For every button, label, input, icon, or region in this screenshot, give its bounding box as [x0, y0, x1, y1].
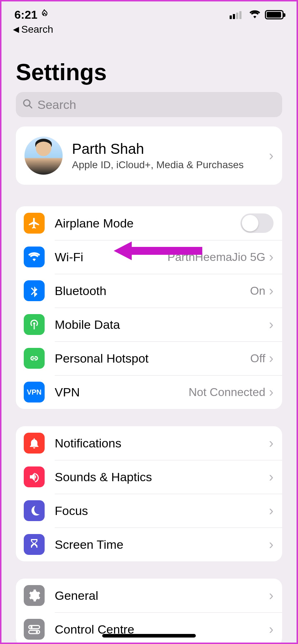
- focus-label: Focus: [55, 504, 269, 518]
- sounds-row[interactable]: Sounds & Haptics ›: [16, 460, 282, 494]
- mobile-data-row[interactable]: Mobile Data ›: [16, 308, 282, 341]
- sounds-label: Sounds & Haptics: [55, 470, 269, 484]
- vpn-label: VPN: [55, 385, 189, 399]
- vpn-icon: VPN: [24, 382, 45, 402]
- antenna-icon: [24, 314, 45, 335]
- flame-icon: [40, 8, 49, 22]
- search-input[interactable]: [37, 98, 276, 112]
- profile-subtitle: Apple ID, iCloud+, Media & Purchases: [72, 159, 269, 171]
- hourglass-icon: [24, 534, 45, 555]
- svg-line-1: [29, 105, 32, 108]
- chevron-right-icon: ›: [269, 622, 274, 636]
- screen-time-row[interactable]: Screen Time ›: [16, 528, 282, 561]
- notifications-label: Notifications: [55, 436, 269, 450]
- vpn-value: Not Connected: [189, 386, 265, 399]
- page-title: Settings: [1, 40, 297, 92]
- hotspot-value: Off: [250, 352, 265, 365]
- chevron-right-icon: ›: [269, 284, 274, 298]
- wifi-status-icon: [249, 10, 261, 20]
- status-bar: 6:21: [1, 1, 297, 24]
- hotspot-icon: [24, 348, 45, 369]
- general-row[interactable]: General ›: [16, 579, 282, 612]
- back-to-search[interactable]: ◀ Search: [1, 24, 297, 40]
- back-caret-icon: ◀: [13, 25, 19, 34]
- home-indicator[interactable]: [102, 634, 196, 638]
- bluetooth-icon: [24, 280, 45, 301]
- chevron-right-icon: ›: [269, 318, 274, 331]
- cellular-icon: [230, 10, 245, 19]
- moon-icon: [24, 500, 45, 521]
- wifi-label: Wi-Fi: [55, 250, 167, 264]
- search-icon: [22, 98, 33, 111]
- chevron-right-icon: ›: [269, 250, 274, 264]
- bell-icon: [24, 433, 45, 454]
- back-label: Search: [21, 24, 53, 35]
- airplane-toggle[interactable]: [240, 213, 274, 233]
- toggle-icon: [24, 619, 45, 640]
- apple-id-row[interactable]: Parth Shah Apple ID, iCloud+, Media & Pu…: [16, 126, 282, 185]
- control-centre-row[interactable]: Control Centre ›: [16, 612, 282, 644]
- search-box[interactable]: [16, 92, 282, 117]
- chevron-right-icon: ›: [269, 504, 274, 518]
- speaker-icon: [24, 466, 45, 487]
- wifi-value: ParthHeemaJio 5G: [167, 250, 265, 264]
- bluetooth-row[interactable]: Bluetooth On ›: [16, 274, 282, 308]
- notifications-row[interactable]: Notifications ›: [16, 426, 282, 460]
- hotspot-label: Personal Hotspot: [55, 351, 250, 365]
- mobile-data-label: Mobile Data: [55, 318, 269, 332]
- wifi-row[interactable]: Wi-Fi ParthHeemaJio 5G ›: [16, 240, 282, 274]
- chevron-right-icon: ›: [269, 589, 274, 602]
- profile-name: Parth Shah: [72, 141, 269, 157]
- chevron-right-icon: ›: [269, 149, 274, 162]
- bluetooth-value: On: [250, 284, 266, 298]
- chevron-right-icon: ›: [269, 436, 274, 450]
- svg-point-5: [36, 631, 38, 633]
- focus-row[interactable]: Focus ›: [16, 494, 282, 528]
- personal-hotspot-row[interactable]: Personal Hotspot Off ›: [16, 341, 282, 375]
- bluetooth-label: Bluetooth: [55, 284, 250, 298]
- chevron-right-icon: ›: [269, 351, 274, 365]
- general-label: General: [55, 589, 269, 603]
- airplane-mode-row[interactable]: Airplane Mode: [16, 206, 282, 240]
- svg-point-3: [31, 626, 33, 628]
- airplane-icon: [24, 213, 45, 234]
- battery-icon: [265, 10, 284, 19]
- screentime-label: Screen Time: [55, 538, 269, 552]
- chevron-right-icon: ›: [269, 385, 274, 399]
- gear-icon: [24, 585, 45, 606]
- vpn-row[interactable]: VPN VPN Not Connected ›: [16, 375, 282, 409]
- chevron-right-icon: ›: [269, 470, 274, 484]
- chevron-right-icon: ›: [269, 538, 274, 551]
- avatar: [24, 137, 63, 175]
- status-time: 6:21: [14, 8, 37, 22]
- wifi-icon: [24, 247, 45, 267]
- airplane-label: Airplane Mode: [55, 216, 240, 230]
